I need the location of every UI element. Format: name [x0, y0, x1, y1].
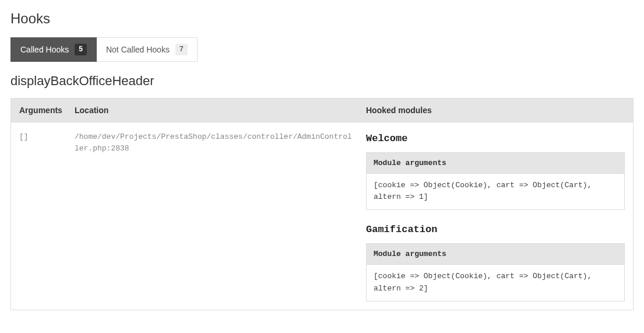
tab-not-called-hooks[interactable]: Not Called Hooks 7 [97, 37, 198, 62]
module-arguments-label: Module arguments [367, 153, 624, 174]
module-arguments-value: [cookie => Object(Cookie), cart => Objec… [367, 174, 624, 210]
tab-label: Not Called Hooks [106, 45, 170, 54]
hooked-modules-list: Welcome Module arguments [cookie => Obje… [366, 131, 625, 302]
tabs-container: Called Hooks 5 Not Called Hooks 7 [10, 37, 634, 62]
location-value: /home/dev/Projects/PrestaShop/classes/co… [75, 132, 352, 153]
tab-badge: 5 [75, 44, 87, 55]
arguments-value: [] [19, 132, 29, 141]
header-hooked-modules: Hooked modules [358, 99, 633, 122]
module-title: Gamification [366, 224, 625, 235]
hook-name-heading: displayBackOfficeHeader [10, 73, 634, 89]
module-arguments-value: [cookie => Object(Cookie), cart => Objec… [367, 265, 624, 301]
table-header: Arguments Location Hooked modules [11, 99, 633, 122]
module-title: Welcome [366, 133, 625, 144]
page-title: Hooks [10, 10, 634, 27]
tab-badge: 7 [175, 44, 188, 55]
module-block: Gamification Module arguments [cookie =>… [366, 224, 625, 302]
hook-details-panel: Arguments Location Hooked modules [] /ho… [10, 98, 634, 310]
table-row: [] /home/dev/Projects/PrestaShop/classes… [11, 122, 633, 310]
module-block: Welcome Module arguments [cookie => Obje… [366, 133, 625, 211]
module-arguments-box: Module arguments [cookie => Object(Cooki… [366, 243, 625, 302]
module-arguments-box: Module arguments [cookie => Object(Cooki… [366, 152, 625, 211]
header-arguments: Arguments [11, 99, 66, 122]
tab-called-hooks[interactable]: Called Hooks 5 [10, 37, 97, 62]
tab-label: Called Hooks [20, 45, 69, 54]
header-location: Location [66, 99, 358, 122]
module-arguments-label: Module arguments [367, 244, 624, 265]
